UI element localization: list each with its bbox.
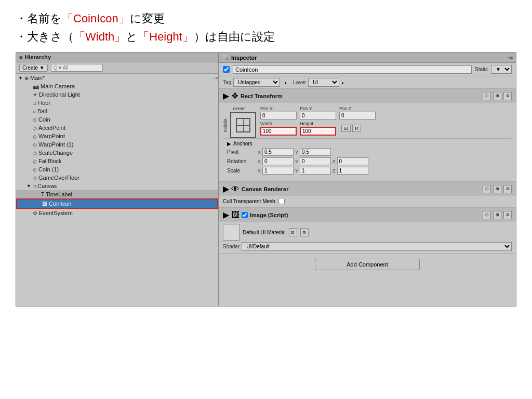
pivot-y-input[interactable]: [300, 148, 331, 156]
hierarchy-item-eventsystem[interactable]: ⚙ EventSystem: [16, 209, 218, 217]
light-icon: ☀: [33, 92, 37, 98]
scale-x-input[interactable]: [262, 167, 294, 175]
rotation-z-input[interactable]: [337, 157, 368, 165]
hierarchy-item-scalechange[interactable]: ◇ ScaleChange: [16, 149, 218, 157]
inspector-panel: 🔍 Inspector −≡ Static ▼ Tag Untagged ⬧ L…: [219, 52, 516, 306]
hierarchy-item-canvas[interactable]: ▼ □ Canvas: [16, 182, 218, 190]
active-checkbox[interactable]: [223, 66, 230, 73]
image-enabled-checkbox[interactable]: [242, 212, 248, 218]
rt-size-row: Width Height ⊡ R: [260, 121, 512, 136]
item-label: Main Camera: [41, 83, 75, 89]
inspector-header: 🔍 Inspector −≡: [219, 52, 516, 63]
rotation-y-input[interactable]: [300, 157, 331, 165]
hierarchy-item-gameoverfloor[interactable]: ◇ GameOverFloor: [16, 174, 218, 182]
coin-icon: ◇: [33, 117, 37, 123]
object-name-field[interactable]: [233, 65, 472, 74]
posz-group: Pos Z: [339, 106, 376, 119]
static-dropdown[interactable]: ▼: [491, 65, 512, 74]
item-label: AccelPoint: [38, 125, 65, 131]
rt-pos-row: Pos X Pos Y Pos Z: [260, 106, 512, 119]
hierarchy-item-warppoint[interactable]: ◇ WarpPoint: [16, 132, 218, 140]
item-label: Coin (1): [38, 166, 59, 172]
coinicon-icon: 🖼: [42, 201, 47, 207]
gear-icon[interactable]: ⚙: [503, 92, 512, 100]
hierarchy-title: Hierarchy: [24, 54, 51, 60]
anchor-center-label: center: [233, 106, 246, 111]
gear-icon[interactable]: ⚙: [503, 185, 512, 193]
scale-x-label: X: [258, 168, 261, 174]
rect-transform-header[interactable]: ▶ ❖ Rect Transform ⊡ ⊞ ⚙: [219, 89, 516, 103]
rotation-x-input[interactable]: [262, 157, 294, 165]
scale-z-input[interactable]: [337, 167, 368, 175]
hierarchy-item-coinicon[interactable]: 🖼 CoinIcon: [16, 198, 218, 209]
pivot-x-label: X: [258, 150, 261, 155]
image-script-body: Default UI Material ⊡ ⚙ Shader UI/Defaul…: [219, 222, 516, 253]
hierarchy-item-main[interactable]: ▼ ⊕ Main* −≡: [16, 74, 218, 82]
ref-icon[interactable]: ⊡: [483, 211, 491, 219]
pivot-x-input[interactable]: [262, 148, 294, 156]
cull-checkbox[interactable]: [278, 198, 285, 204]
hierarchy-item-timelabel[interactable]: T TimeLabel: [16, 190, 218, 198]
material-name: Default UI Material: [243, 230, 286, 235]
anchors-title: Anchors: [233, 141, 252, 147]
hierarchy-search[interactable]: [51, 64, 103, 72]
create-button[interactable]: Create ▼: [19, 64, 48, 72]
hierarchy-item-ball[interactable]: ○ Ball: [16, 107, 218, 115]
tag-select[interactable]: Untagged: [233, 78, 280, 87]
hierarchy-item-maincamera[interactable]: 📷 Main Camera: [16, 82, 218, 90]
gear-icon[interactable]: ⚙: [503, 211, 512, 219]
item-label: Directional Light: [39, 91, 80, 98]
component-icons: ⊡ ⊞ ⚙: [483, 211, 512, 219]
posz-input[interactable]: [339, 112, 376, 119]
hierarchy-item-coin[interactable]: ◇ Coin: [16, 115, 218, 124]
hierarchy-item-floor[interactable]: □ Floor: [16, 99, 218, 107]
material-select-btn[interactable]: ⊡: [289, 228, 297, 236]
posy-input[interactable]: [300, 112, 336, 119]
height-label: Height: [300, 121, 336, 126]
inspector-title: Inspector: [231, 55, 257, 61]
align-icon[interactable]: ⊞: [493, 92, 501, 100]
canvas-renderer-header[interactable]: ▶ 👁 Canvas Renderer ⊡ ⊞ ⚙: [219, 182, 516, 196]
material-swatch: [223, 224, 240, 241]
text-icon: T: [41, 192, 44, 197]
align-icon[interactable]: ⊞: [493, 211, 501, 219]
anchors-header[interactable]: ▶ Anchors: [227, 141, 508, 147]
ref-icon[interactable]: ⊡: [483, 92, 491, 100]
shader-select[interactable]: UI/Default: [242, 242, 512, 251]
width-input[interactable]: [260, 127, 297, 136]
hierarchy-item-fallblock[interactable]: ◇ FallBlock: [16, 157, 218, 165]
item-label: GameOverFloor: [38, 175, 79, 181]
hierarchy-list: ▼ ⊕ Main* −≡ 📷 Main Camera ☀ Directional…: [16, 74, 218, 306]
layer-select[interactable]: UI: [308, 78, 339, 87]
hierarchy-item-warppoint1[interactable]: ◇ WarpPoint (1): [16, 140, 218, 149]
event-icon: ⚙: [33, 210, 37, 216]
image-script-title: Image (Script): [250, 212, 481, 218]
hierarchy-item-coin1[interactable]: ◇ Coin (1): [16, 165, 218, 174]
posy-group: Pos Y: [300, 106, 336, 119]
hierarchy-toolbar: Create ▼: [16, 62, 218, 74]
material-gear-btn[interactable]: ⚙: [300, 228, 309, 236]
ref-icon[interactable]: ⊡: [483, 185, 491, 193]
add-component-area: Add Component: [219, 254, 516, 275]
rotation-label: Rotation: [227, 158, 256, 164]
align-icon[interactable]: ⊞: [493, 185, 501, 193]
hierarchy-menu-icon: ≡: [19, 54, 22, 60]
canvas-icon: □: [33, 183, 36, 189]
width-label: Width: [260, 121, 297, 126]
middle-label: middle: [223, 118, 228, 132]
blueprint-btn[interactable]: ⊡: [341, 125, 351, 132]
expand-icon: ▶: [223, 184, 229, 194]
add-component-button[interactable]: Add Component: [315, 259, 420, 270]
height-input[interactable]: [300, 127, 336, 136]
posx-input[interactable]: [260, 112, 297, 119]
anchors-expand-icon: ▶: [227, 141, 231, 147]
scale-y-input[interactable]: [300, 167, 331, 175]
expand-icon: ▶: [223, 91, 229, 101]
r-btn[interactable]: R: [352, 125, 361, 132]
hierarchy-item-directionallight[interactable]: ☀ Directional Light: [16, 90, 218, 99]
rotation-xyz: X Y Z: [258, 157, 368, 165]
component-icons: ⊡ ⊞ ⚙: [483, 185, 512, 193]
image-script-header[interactable]: ▶ 🖼 Image (Script) ⊡ ⊞ ⚙: [219, 208, 516, 222]
anchor-box[interactable]: [230, 112, 256, 138]
hierarchy-item-accelpoint[interactable]: ◇ AccelPoint: [16, 124, 218, 132]
